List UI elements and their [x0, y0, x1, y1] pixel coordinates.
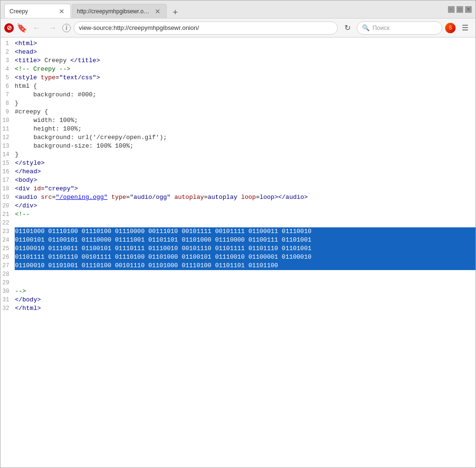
no-entry-icon: ⊘: [4, 23, 14, 33]
line-content: </body>: [15, 296, 476, 304]
source-line-25: 2501100010 01110011 01100101 01110111 01…: [0, 244, 476, 253]
source-line-4: 4<!-- Creepy -->: [0, 65, 476, 74]
source-line-2: 2<head>: [0, 48, 476, 56]
line-number: 21: [0, 210, 15, 219]
line-content: }: [15, 99, 476, 108]
line-content: 01100010 01110011 01100101 01110111 0111…: [15, 244, 476, 253]
source-line-1: 1<html>: [0, 39, 476, 48]
source-line-3: 3<title> Creepy </title>: [0, 56, 476, 65]
source-line-22: 22: [0, 219, 476, 227]
line-number: 12: [0, 133, 15, 142]
line-content: #creepy {: [15, 108, 476, 116]
source-line-19: 19<audio src="/opening.ogg" type="audio/…: [0, 193, 476, 202]
reload-button[interactable]: ↻: [341, 21, 354, 35]
line-content: height: 100%;: [15, 125, 476, 133]
line-content: 01101111 01101110 00101111 01110100 0110…: [15, 253, 476, 262]
nav-bar: ⊘ 🔖 ← → i view-source:http://creepymhpgi…: [0, 19, 476, 37]
line-content: <title> Creepy </title>: [15, 56, 476, 65]
source-line-20: 20</div>: [0, 202, 476, 210]
source-line-8: 8}: [0, 99, 476, 108]
source-line-6: 6html {: [0, 82, 476, 91]
line-content: width: 100%;: [15, 116, 476, 125]
source-line-13: 13 background-size: 100% 100%;: [0, 142, 476, 150]
source-line-14: 14}: [0, 150, 476, 159]
source-line-15: 15</style>: [0, 159, 476, 168]
maximize-button[interactable]: □: [457, 6, 463, 13]
line-content: <head>: [15, 48, 476, 56]
line-number: 30: [0, 287, 15, 296]
line-number: 23: [0, 227, 15, 236]
tab-creepy-close[interactable]: ✕: [58, 8, 66, 15]
new-tab-button[interactable]: +: [170, 7, 181, 18]
line-number: 20: [0, 202, 15, 210]
line-content: background: #000;: [15, 91, 476, 99]
source-line-16: 16</head>: [0, 168, 476, 176]
minimize-button[interactable]: −: [448, 6, 455, 13]
line-number: 11: [0, 125, 15, 133]
line-number: 24: [0, 236, 15, 244]
line-content: 01100010 01101001 01110100 00101110 0110…: [15, 262, 476, 270]
source-view: 1<html>2<head>3<title> Creepy </title>4<…: [0, 37, 476, 468]
firefox-sync-icon[interactable]: S: [445, 23, 456, 33]
back-button[interactable]: ←: [30, 21, 43, 35]
line-number: 16: [0, 168, 15, 176]
line-number: 6: [0, 82, 15, 91]
source-line-17: 17<body>: [0, 176, 476, 185]
tab-creepy[interactable]: Creepy ✕: [4, 4, 71, 18]
line-number: 14: [0, 150, 15, 159]
line-number: 7: [0, 91, 15, 99]
line-number: 32: [0, 304, 15, 313]
line-number: 31: [0, 296, 15, 304]
line-content: </style>: [15, 159, 476, 168]
window-controls: − □ ✕: [448, 6, 472, 13]
line-content: <html>: [15, 39, 476, 48]
bookmark-icon[interactable]: 🔖: [17, 23, 27, 33]
title-bar: Creepy ✕ http://creepymhpgibsewr.oni... …: [0, 0, 476, 19]
line-number: 25: [0, 244, 15, 253]
info-icon[interactable]: i: [62, 24, 71, 32]
source-line-9: 9#creepy {: [0, 108, 476, 116]
tab-source-close[interactable]: ✕: [154, 8, 162, 15]
source-line-26: 2601101111 01101110 00101111 01110100 01…: [0, 253, 476, 262]
line-content: <div id="creepy">: [15, 185, 476, 193]
line-number: 5: [0, 74, 15, 82]
source-line-10: 10 width: 100%;: [0, 116, 476, 125]
browser-window: Creepy ✕ http://creepymhpgibsewr.oni... …: [0, 0, 476, 468]
line-number: 26: [0, 253, 15, 262]
line-number: 18: [0, 185, 15, 193]
source-line-29: 29: [0, 279, 476, 287]
source-line-7: 7 background: #000;: [0, 91, 476, 99]
address-text: view-source:http://creepymhpgibsewr.onio…: [79, 24, 199, 31]
line-number: 17: [0, 176, 15, 185]
line-content: -->: [15, 287, 476, 296]
line-content: </html>: [15, 304, 476, 313]
line-content: html {: [15, 82, 476, 91]
tab-creepy-title: Creepy: [10, 8, 55, 15]
line-content: <!--: [15, 210, 476, 219]
source-line-11: 11 height: 100%;: [0, 125, 476, 133]
search-icon: 🔍: [362, 24, 370, 31]
tabs-area: Creepy ✕ http://creepymhpgibsewr.oni... …: [4, 0, 444, 18]
line-number: 27: [0, 262, 15, 270]
source-line-30: 30-->: [0, 287, 476, 296]
line-content: <!-- Creepy -->: [15, 65, 476, 74]
line-content: <audio src="/opening.ogg" type="audio/og…: [15, 193, 476, 202]
forward-button[interactable]: →: [46, 21, 59, 35]
line-number: 8: [0, 99, 15, 108]
line-number: 22: [0, 219, 15, 227]
menu-button[interactable]: ☰: [458, 21, 472, 35]
close-button[interactable]: ✕: [465, 6, 472, 13]
source-line-21: 21<!--: [0, 210, 476, 219]
search-placeholder: Поиск: [372, 24, 390, 31]
source-line-24: 2401100101 01100101 01110000 01111001 01…: [0, 236, 476, 244]
address-bar[interactable]: view-source:http://creepymhpgibsewr.onio…: [74, 21, 338, 35]
search-bar[interactable]: 🔍 Поиск: [357, 21, 442, 35]
source-line-12: 12 background: url('/creepy/open.gif');: [0, 133, 476, 142]
line-content: 01101000 01110100 01110100 01110000 0011…: [15, 227, 476, 236]
line-number: 10: [0, 116, 15, 125]
line-content: </div>: [15, 202, 476, 210]
line-number: 9: [0, 108, 15, 116]
line-number: 1: [0, 39, 15, 48]
tab-source[interactable]: http://creepymhpgibsewr.oni... ✕: [72, 4, 167, 18]
line-content: 01100101 01100101 01110000 01111001 0110…: [15, 236, 476, 244]
